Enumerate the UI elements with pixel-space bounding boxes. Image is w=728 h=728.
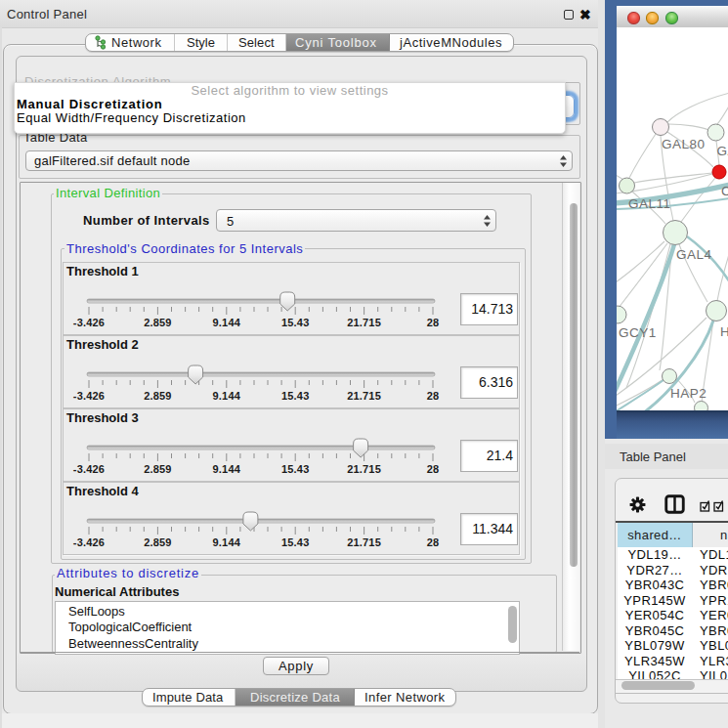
svg-text:-3.426: -3.426 [73,317,105,328]
svg-text:21.715: 21.715 [347,390,381,402]
svg-text:28: 28 [427,390,440,402]
svg-text:9.144: 9.144 [213,536,241,548]
svg-text:2.859: 2.859 [144,317,172,328]
svg-text:15.43: 15.43 [281,317,310,328]
svg-text:2.859: 2.859 [144,390,172,402]
svg-text:HAP1: HAP1 [720,324,728,339]
svg-text:GAL4: GAL4 [676,247,712,262]
svg-text:28: 28 [427,536,440,548]
svg-text:15.43: 15.43 [281,536,310,548]
svg-text:2.859: 2.859 [144,463,172,475]
svg-text:GAL11: GAL11 [628,196,671,211]
svg-text:9.144: 9.144 [213,317,241,328]
svg-text:28: 28 [427,463,440,475]
svg-text:CD: CD [721,184,728,198]
svg-text:-3.426: -3.426 [73,390,105,402]
svg-text:GAL: GAL [717,144,728,158]
svg-text:-3.426: -3.426 [73,536,105,548]
svg-text:HAP2: HAP2 [670,386,707,401]
svg-text:15.43: 15.43 [281,463,310,475]
svg-text:15.43: 15.43 [281,390,310,402]
svg-text:21.715: 21.715 [347,536,381,548]
svg-text:9.144: 9.144 [213,390,241,402]
svg-text:GAL80: GAL80 [662,137,706,151]
svg-text:28: 28 [427,317,440,328]
svg-text:21.715: 21.715 [347,317,381,328]
svg-text:21.715: 21.715 [347,463,381,475]
svg-text:2.859: 2.859 [144,536,172,548]
svg-text:9.144: 9.144 [213,463,241,475]
svg-text:-3.426: -3.426 [73,463,105,475]
svg-text:GCY1: GCY1 [619,325,657,340]
